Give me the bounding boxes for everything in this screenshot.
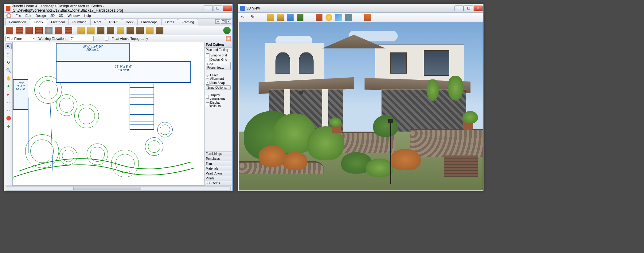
orbit-mode-icon[interactable] xyxy=(287,14,294,21)
3d-minimize-button[interactable]: ─ xyxy=(455,6,464,11)
column-icon[interactable] xyxy=(45,27,53,34)
menu-design[interactable]: Design xyxy=(36,14,46,17)
plant-symbol[interactable] xyxy=(74,104,99,128)
measure-tool[interactable]: ▱ xyxy=(6,99,12,105)
plant-symbol[interactable] xyxy=(145,137,163,156)
app-logo-icon[interactable] xyxy=(6,13,11,18)
tab-plumbing[interactable]: Plumbing xyxy=(68,19,91,25)
remove-point-tool[interactable]: ▸ xyxy=(6,91,12,97)
3d-titlebar[interactable]: 3D View ─ ▢ ✕ xyxy=(238,4,483,13)
display-grid-checkbox[interactable] xyxy=(206,58,209,61)
add-point-tool[interactable]: ＋ xyxy=(6,83,12,89)
hand-tool[interactable]: ✋ xyxy=(6,75,12,81)
plant-symbol[interactable] xyxy=(87,144,108,165)
float-above-checkbox[interactable] xyxy=(105,37,108,40)
sky-icon[interactable] xyxy=(335,14,342,21)
appliance-icon[interactable] xyxy=(146,27,154,34)
tab-detail[interactable]: Detail xyxy=(161,19,178,25)
close-button[interactable]: ✕ xyxy=(223,6,232,11)
snap-to-grid-checkbox[interactable] xyxy=(206,53,209,57)
3d-viewport[interactable] xyxy=(239,22,483,190)
sun-icon[interactable] xyxy=(326,14,332,21)
tab-landscape[interactable]: Landscape xyxy=(137,19,162,25)
horizontal-scrollbar[interactable] xyxy=(6,186,231,191)
menu-edit[interactable]: Edit xyxy=(25,14,31,17)
wall-brick3-icon[interactable] xyxy=(25,27,33,34)
menu-2d[interactable]: 2D xyxy=(50,14,55,17)
tab-deck[interactable]: Deck xyxy=(122,19,138,25)
display-dimensions-checkbox[interactable] xyxy=(206,95,209,99)
terrain-icon[interactable] xyxy=(297,14,303,21)
main-titlebar[interactable]: Punch! Home & Landscape Design Architect… xyxy=(4,4,232,13)
wand-tool-icon[interactable]: ✎ xyxy=(251,14,257,21)
menu-help[interactable]: Help xyxy=(84,14,91,17)
walk-mode-icon[interactable] xyxy=(267,14,274,21)
plant-symbol[interactable] xyxy=(25,134,59,168)
shadow-icon[interactable] xyxy=(345,14,352,21)
accordion-templates[interactable]: Templates xyxy=(205,156,232,161)
plant-symbol[interactable] xyxy=(56,94,77,116)
menu-window[interactable]: Window xyxy=(68,14,80,17)
minimize-button[interactable]: ─ xyxy=(204,6,213,11)
select-tool[interactable]: ↖ xyxy=(6,43,12,49)
punch-badge-icon[interactable] xyxy=(226,36,231,41)
dimension-tool[interactable]: ▱ xyxy=(6,107,12,113)
punch-logo-icon[interactable] xyxy=(223,27,231,34)
accordion-paintcolors[interactable]: Paint Colors xyxy=(205,171,232,176)
display-callouts-checkbox[interactable] xyxy=(206,102,209,106)
stairs-icon[interactable] xyxy=(97,27,104,34)
accordion-furnishings[interactable]: Furnishings xyxy=(205,151,232,156)
window-icon[interactable] xyxy=(87,27,95,34)
fireplace-icon[interactable] xyxy=(117,27,124,34)
wall-brick2-icon[interactable] xyxy=(16,27,23,34)
potted-plant xyxy=(463,111,478,123)
tab-roof[interactable]: Roof xyxy=(90,19,105,25)
door-icon[interactable] xyxy=(77,27,85,34)
menu-file[interactable]: File xyxy=(16,14,21,17)
plant-symbol[interactable] xyxy=(157,122,173,137)
mdi-minimize-button[interactable]: ─ xyxy=(215,19,220,24)
auto-snap-checkbox[interactable] xyxy=(206,81,209,85)
house-render-icon[interactable] xyxy=(316,14,322,21)
cursor-tool-icon[interactable]: ↖ xyxy=(241,14,248,21)
maximize-button[interactable]: ▢ xyxy=(213,6,222,11)
menu-3d[interactable]: 3D xyxy=(59,14,63,17)
wall-brick-icon[interactable] xyxy=(6,27,13,34)
tab-floor[interactable]: Floor▾ xyxy=(30,19,47,25)
multi-select-tool[interactable]: ⬚ xyxy=(6,51,12,57)
mdi-close-button[interactable]: ✕ xyxy=(226,19,231,24)
grid-properties-button[interactable]: Grid Properties... xyxy=(206,62,231,70)
furniture-icon[interactable] xyxy=(156,27,163,34)
plant-symbol[interactable] xyxy=(111,150,139,177)
wall-segment-icon[interactable] xyxy=(55,27,62,34)
wall-segment2-icon[interactable] xyxy=(65,27,72,34)
zoom-tool[interactable]: 🔍 xyxy=(6,67,12,73)
accordion-materials[interactable]: Materials xyxy=(205,166,232,171)
wall-brick4-icon[interactable] xyxy=(35,27,43,34)
mdi-restore-button[interactable]: ❐ xyxy=(221,19,226,24)
counter-icon[interactable] xyxy=(136,27,144,34)
home-view-icon[interactable] xyxy=(364,14,371,21)
3d-close-button[interactable]: ✕ xyxy=(474,6,483,11)
cabinet-icon[interactable] xyxy=(127,27,134,34)
floor-plan-canvas[interactable]: 30'-8" x 24'-10" 258 sq.ft. 26'-9" x 5'-… xyxy=(13,42,204,186)
3d-maximize-button[interactable]: ▢ xyxy=(464,6,473,11)
tab-hvac[interactable]: HVAC xyxy=(105,19,122,25)
tab-electrical[interactable]: Electrical xyxy=(47,19,69,25)
eyedropper-tool[interactable]: ◆ xyxy=(6,123,12,129)
accordion-plants[interactable]: Plants xyxy=(205,176,232,181)
pan-tool[interactable]: ↻ xyxy=(6,59,12,65)
railing-icon[interactable] xyxy=(107,27,114,34)
staircase-symbol[interactable] xyxy=(130,84,154,130)
snap-options-button[interactable]: Snap Options... xyxy=(206,85,231,90)
laser-alignment-checkbox[interactable] xyxy=(206,75,209,79)
plant-symbol[interactable] xyxy=(59,147,77,165)
accordion-3deffects[interactable]: 3D Effects xyxy=(205,181,232,186)
fly-mode-icon[interactable] xyxy=(277,14,284,21)
color-tool[interactable]: 🔴 xyxy=(6,115,12,121)
working-elevation-input[interactable] xyxy=(69,36,94,41)
floor-selector[interactable]: First Floor xyxy=(5,36,36,41)
accordion-trim[interactable]: Trim xyxy=(205,161,232,166)
tab-foundation[interactable]: Foundation xyxy=(5,19,30,25)
tab-framing[interactable]: Framing xyxy=(178,19,198,25)
